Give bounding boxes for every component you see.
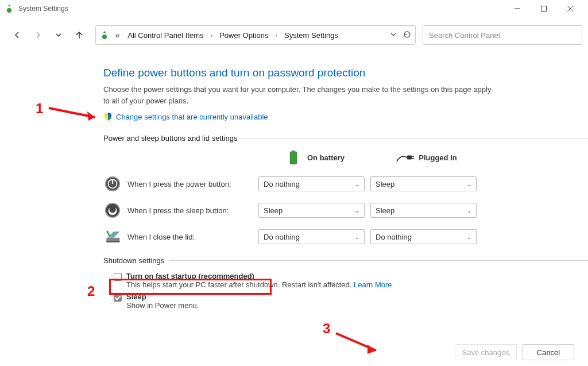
chevron-down-icon: ⌄ bbox=[355, 207, 359, 214]
svg-rect-19 bbox=[106, 241, 119, 242]
power-button-battery-select[interactable]: Do nothing⌄ bbox=[258, 176, 365, 191]
sleep-menu-row: Sleep Show in Power menu. bbox=[114, 292, 588, 310]
section-power-buttons: Power and sleep buttons and lid settings bbox=[103, 134, 588, 142]
plug-icon bbox=[396, 148, 414, 167]
fast-startup-label: Turn on fast startup (recommended) bbox=[126, 272, 392, 280]
cancel-button[interactable]: Cancel bbox=[523, 344, 574, 360]
plugged-in-header: Plugged in bbox=[370, 148, 482, 167]
search-input[interactable] bbox=[429, 31, 576, 40]
fast-startup-row: Turn on fast startup (recommended) This … bbox=[114, 272, 588, 289]
sleep-button-plugged-select[interactable]: Sleep⌄ bbox=[370, 203, 477, 218]
bottom-button-bar: Save changes Cancel bbox=[455, 344, 574, 360]
uac-shield-icon bbox=[103, 112, 113, 121]
battery-icon bbox=[284, 148, 303, 167]
chevron-down-icon: ⌄ bbox=[467, 181, 471, 187]
save-changes-button[interactable]: Save changes bbox=[455, 344, 517, 360]
forward-button[interactable] bbox=[29, 26, 47, 44]
recent-locations-button[interactable] bbox=[49, 26, 68, 44]
page-heading: Define power buttons and turn on passwor… bbox=[103, 67, 588, 79]
svg-rect-9 bbox=[407, 155, 412, 159]
breadcrumb-item-0[interactable]: All Control Panel Items bbox=[125, 30, 206, 41]
lid-row: When I close the lid: Do nothing⌄ Do not… bbox=[103, 228, 588, 246]
address-history-icon[interactable] bbox=[390, 31, 397, 40]
chevron-down-icon: ⌄ bbox=[467, 234, 471, 240]
window-title: System Settings bbox=[18, 5, 504, 13]
lid-plugged-select[interactable]: Do nothing⌄ bbox=[370, 229, 477, 244]
content-area: Define power buttons and turn on passwor… bbox=[0, 67, 588, 310]
maximize-button[interactable] bbox=[531, 0, 557, 17]
power-settings-table: On battery Plugged in When I press the p… bbox=[103, 148, 588, 246]
breadcrumb-item-1[interactable]: Power Options bbox=[217, 30, 270, 41]
row-label: When I press the sleep button: bbox=[127, 206, 229, 215]
svg-point-0 bbox=[7, 8, 11, 13]
close-button[interactable] bbox=[557, 0, 583, 17]
sleep-checkbox[interactable] bbox=[114, 294, 122, 302]
minimize-button[interactable] bbox=[504, 0, 531, 17]
sleep-description: Show in Power menu. bbox=[126, 301, 199, 310]
power-button-row: When I press the power button: Do nothin… bbox=[103, 175, 588, 193]
up-button[interactable] bbox=[70, 26, 88, 44]
sleep-label: Sleep bbox=[126, 292, 199, 301]
row-label: When I close the lid: bbox=[127, 233, 195, 241]
fast-startup-description: This helps start your PC faster after sh… bbox=[126, 280, 392, 289]
power-button-icon bbox=[103, 175, 122, 193]
annotation-3: 3 bbox=[323, 321, 330, 337]
sleep-button-row: When I press the sleep button: Sleep⌄ Sl… bbox=[103, 201, 588, 219]
window-controls bbox=[504, 0, 583, 17]
change-settings-row: Change settings that are currently unava… bbox=[103, 112, 588, 121]
svg-marker-23 bbox=[368, 345, 376, 354]
sleep-button-icon bbox=[103, 201, 122, 219]
back-button[interactable] bbox=[8, 26, 26, 44]
learn-more-link[interactable]: Learn More bbox=[354, 280, 392, 289]
refresh-icon[interactable] bbox=[403, 30, 412, 41]
laptop-lid-icon bbox=[103, 228, 122, 246]
power-button-plugged-select[interactable]: Sleep⌄ bbox=[370, 176, 477, 191]
on-battery-header: On battery bbox=[258, 148, 370, 167]
sleep-button-battery-select[interactable]: Sleep⌄ bbox=[258, 203, 365, 218]
fast-startup-checkbox[interactable] bbox=[114, 273, 122, 281]
power-options-icon bbox=[99, 30, 110, 40]
lid-battery-select[interactable]: Do nothing⌄ bbox=[258, 229, 365, 244]
annotation-arrow-3 bbox=[333, 329, 385, 357]
section-shutdown: Shutdown settings bbox=[103, 256, 588, 265]
chevron-down-icon: ⌄ bbox=[355, 181, 359, 187]
breadcrumb-prefix: « bbox=[113, 30, 122, 41]
chevron-down-icon: ⌄ bbox=[467, 207, 471, 214]
section-label: Shutdown settings bbox=[103, 256, 164, 265]
titlebar: System Settings bbox=[0, 0, 588, 17]
power-options-app-icon bbox=[5, 4, 14, 13]
svg-point-5 bbox=[102, 34, 107, 39]
svg-rect-2 bbox=[541, 6, 547, 11]
section-label: Power and sleep buttons and lid settings bbox=[103, 134, 237, 142]
svg-rect-7 bbox=[290, 152, 297, 164]
svg-line-22 bbox=[336, 333, 376, 350]
navigation-row: « All Control Panel Items › Power Option… bbox=[0, 17, 588, 51]
row-label: When I press the power button: bbox=[127, 180, 231, 188]
chevron-right-icon: › bbox=[210, 32, 212, 38]
change-settings-link[interactable]: Change settings that are currently unava… bbox=[116, 113, 268, 121]
search-box[interactable] bbox=[423, 25, 582, 45]
page-description: Choose the power settings that you want … bbox=[103, 84, 494, 106]
address-bar[interactable]: « All Control Panel Items › Power Option… bbox=[95, 25, 416, 45]
chevron-down-icon: ⌄ bbox=[355, 234, 359, 240]
breadcrumb-item-2[interactable]: System Settings bbox=[282, 30, 341, 41]
chevron-right-icon: › bbox=[275, 32, 277, 38]
